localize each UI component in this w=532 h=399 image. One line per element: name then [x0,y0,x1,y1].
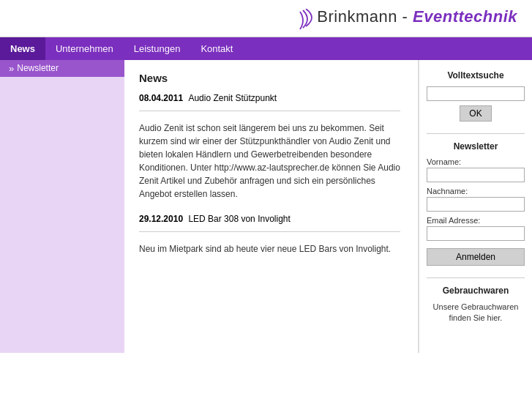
nav-item-kontakt[interactable]: Kontakt [190,37,243,60]
news-title-2: LED Bar 308 von Involight [188,214,290,224]
gebraucht-title: Gebrauchwaren [427,286,525,296]
email-input[interactable] [427,226,525,241]
anmelden-button[interactable]: Anmelden [427,248,525,266]
news-item-2: 29.12.2010 LED Bar 308 von Involight Neu… [139,214,400,256]
sidebar-left: Newsletter [0,60,124,353]
logo-text: Brinkmann - Eventtechnik [317,7,517,26]
news-date-1: 08.04.2011 Audio Zenit Stützpunkt [139,93,400,103]
nachname-input[interactable] [427,197,525,212]
logo-brand: Eventtechnik [413,7,517,26]
main-nav: News Unternehmen Leistungen Kontakt [0,37,532,60]
news-body-2: Neu im Mietpark sind ab heute vier neue … [139,242,400,256]
newsletter-title: Newsletter [427,141,525,152]
layout: Newsletter News 08.04.2011 Audio Zenit S… [0,60,532,353]
divider-2 [427,277,525,278]
news-divider-2 [139,231,400,232]
email-label: Email Adresse: [427,216,525,225]
search-button[interactable]: OK [460,105,491,122]
search-title: Volltextsuche [427,70,525,81]
news-divider-1 [139,111,400,111]
main-content: News 08.04.2011 Audio Zenit Stützpunkt A… [124,60,419,353]
nav-item-leistungen[interactable]: Leistungen [124,37,191,60]
gebraucht-section: Gebrauchwaren Unsere Gebrauchwaren finde… [427,286,525,324]
divider-1 [427,133,525,134]
signal-icon [287,9,313,31]
nav-item-unternehmen[interactable]: Unternehmen [45,37,124,60]
page-title: News [139,72,400,84]
nachname-label: Nachname: [427,187,525,195]
search-input[interactable] [427,86,525,101]
header: Brinkmann - Eventtechnik [0,0,532,37]
sidebar-right: Volltextsuche OK Newsletter Vorname: Nac… [419,60,532,353]
vorname-label: Vorname: [427,157,525,166]
logo: Brinkmann - Eventtechnik [287,7,517,31]
gebraucht-text: Unsere Gebrauchwaren finden Sie hier. [427,302,525,324]
news-title-1: Audio Zenit Stützpunkt [188,93,277,103]
search-section: Volltextsuche OK [427,70,525,122]
newsletter-section: Newsletter Vorname: Nachname: Email Adre… [427,141,525,266]
news-item-1: 08.04.2011 Audio Zenit Stützpunkt Audio … [139,93,400,201]
news-body-1: Audio Zenit ist schon seit längerem bei … [139,122,400,201]
subnav-newsletter[interactable]: Newsletter [9,63,59,74]
nav-item-news[interactable]: News [0,37,45,60]
logo-prefix: Brinkmann - [317,7,413,26]
subnav: Newsletter [0,60,124,77]
news-date-2: 29.12.2010 LED Bar 308 von Involight [139,214,400,224]
vorname-input[interactable] [427,168,525,182]
